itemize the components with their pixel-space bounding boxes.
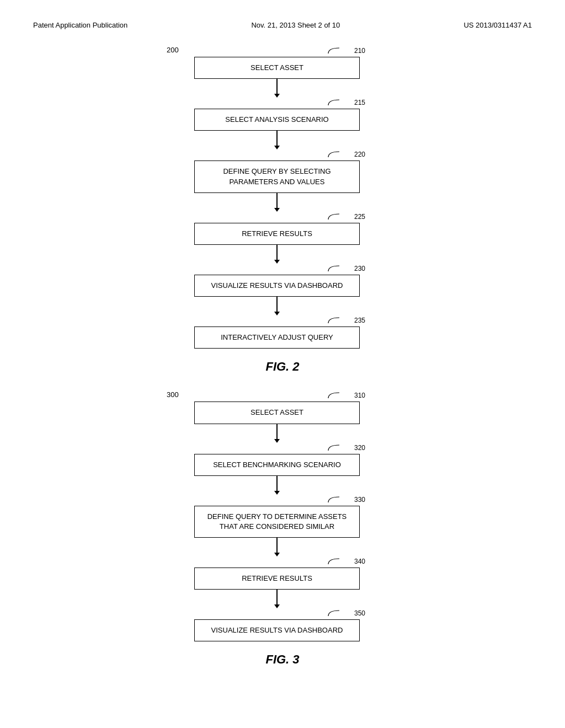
- page: Patent Application Publication Nov. 21, …: [0, 0, 565, 728]
- step-ref-0: 310: [354, 392, 365, 399]
- step-wrapper-3: 340RETRIEVE RESULTS: [189, 556, 365, 590]
- step-ref-4: 350: [354, 609, 365, 617]
- arrow-head-1: [274, 491, 280, 495]
- figure-3-caption: FIG. 3: [265, 652, 299, 667]
- step-wrapper-4: 230VISUALIZE RESULTS VIA DASHBOARD: [189, 264, 365, 297]
- step-ref-3: 340: [354, 558, 365, 565]
- step-ref-1: 215: [354, 99, 365, 106]
- figure-2-caption: FIG. 2: [265, 360, 299, 374]
- step-box-5: INTERACTIVELY ADJUST QUERY: [194, 326, 360, 349]
- step-box-1: SELECT BENCHMARKING SCENARIO: [194, 454, 360, 476]
- step-wrapper-1: 215SELECT ANALYSIS SCENARIO: [189, 98, 365, 131]
- figure-2-section: 200 210SELECT ASSET215SELECT ANALYSIS SC…: [0, 46, 565, 390]
- step-box-3: RETRIEVE RESULTS: [194, 223, 360, 245]
- arrow-head-0: [274, 439, 280, 443]
- header-right: US 2013/0311437 A1: [463, 21, 532, 29]
- arrow-head-3: [274, 604, 280, 608]
- step-ref-3: 225: [354, 213, 365, 221]
- patent-header: Patent Application Publication Nov. 21, …: [0, 11, 565, 35]
- arrow-4: [274, 297, 280, 315]
- header-left: Patent Application Publication: [33, 21, 127, 29]
- arrow-head-2: [274, 553, 280, 556]
- step-wrapper-2: 330DEFINE QUERY TO DETERMINE ASSETS THAT…: [189, 495, 365, 538]
- step-ref-4: 230: [354, 265, 365, 272]
- step-box-2: DEFINE QUERY BY SELECTING PARAMETERS AND…: [194, 160, 360, 192]
- step-box-3: RETRIEVE RESULTS: [194, 568, 360, 590]
- arrow-head-1: [274, 146, 280, 149]
- figure-3-section: 300 310SELECT ASSET320SELECT BENCHMARKIN…: [0, 390, 565, 683]
- arrow-head-4: [274, 312, 280, 315]
- step-box-0: SELECT ASSET: [194, 402, 360, 424]
- step-ref-2: 330: [354, 496, 365, 504]
- arrow-head-2: [274, 208, 280, 212]
- step-box-4: VISUALIZE RESULTS VIA DASHBOARD: [194, 619, 360, 641]
- step-wrapper-1: 320SELECT BENCHMARKING SCENARIO: [189, 443, 365, 476]
- step-wrapper-3: 225RETRIEVE RESULTS: [189, 212, 365, 245]
- step-box-2: DEFINE QUERY TO DETERMINE ASSETS THAT AR…: [194, 506, 360, 538]
- step-wrapper-5: 235INTERACTIVELY ADJUST QUERY: [189, 315, 365, 349]
- arrow-line-3: [276, 590, 278, 604]
- figure-2-outer: 200 210SELECT ASSET215SELECT ANALYSIS SC…: [167, 46, 398, 349]
- figure-3-number: 300: [167, 390, 179, 399]
- arrow-2: [274, 193, 280, 212]
- step-box-1: SELECT ANALYSIS SCENARIO: [194, 109, 360, 131]
- header-center: Nov. 21, 2013 Sheet 2 of 10: [251, 21, 340, 29]
- step-wrapper-4: 350VISUALIZE RESULTS VIA DASHBOARD: [189, 608, 365, 641]
- step-ref-5: 235: [354, 317, 365, 324]
- step-ref-2: 220: [354, 151, 365, 158]
- figure-3-outer: 300 310SELECT ASSET320SELECT BENCHMARKIN…: [167, 390, 398, 641]
- arrow-line-0: [276, 424, 278, 439]
- arrow-line-0: [276, 79, 278, 94]
- arrow-2: [274, 538, 280, 556]
- step-box-4: VISUALIZE RESULTS VIA DASHBOARD: [194, 275, 360, 297]
- arrow-3: [274, 590, 280, 608]
- arrow-head-3: [274, 260, 280, 264]
- arrow-line-4: [276, 297, 278, 312]
- step-wrapper-0: 310SELECT ASSET: [189, 390, 365, 424]
- arrow-1: [274, 131, 280, 149]
- main-content: 200 210SELECT ASSET215SELECT ANALYSIS SC…: [0, 35, 565, 694]
- arrow-0: [274, 424, 280, 443]
- arrow-3: [274, 245, 280, 264]
- arrow-1: [274, 476, 280, 495]
- figure-3-flowchart: 310SELECT ASSET320SELECT BENCHMARKING SC…: [189, 390, 365, 641]
- step-wrapper-2: 220DEFINE QUERY BY SELECTING PARAMETERS …: [189, 149, 365, 192]
- arrow-line-2: [276, 193, 278, 208]
- arrow-line-1: [276, 476, 278, 491]
- step-ref-0: 210: [354, 47, 365, 55]
- figure-2-number: 200: [167, 46, 179, 54]
- step-ref-1: 320: [354, 444, 365, 452]
- arrow-line-3: [276, 245, 278, 260]
- arrow-line-1: [276, 131, 278, 146]
- arrow-0: [274, 79, 280, 98]
- step-wrapper-0: 210SELECT ASSET: [189, 46, 365, 79]
- arrow-line-2: [276, 538, 278, 553]
- arrow-head-0: [274, 94, 280, 98]
- step-box-0: SELECT ASSET: [194, 57, 360, 79]
- figure-2-flowchart: 210SELECT ASSET215SELECT ANALYSIS SCENAR…: [189, 46, 365, 349]
